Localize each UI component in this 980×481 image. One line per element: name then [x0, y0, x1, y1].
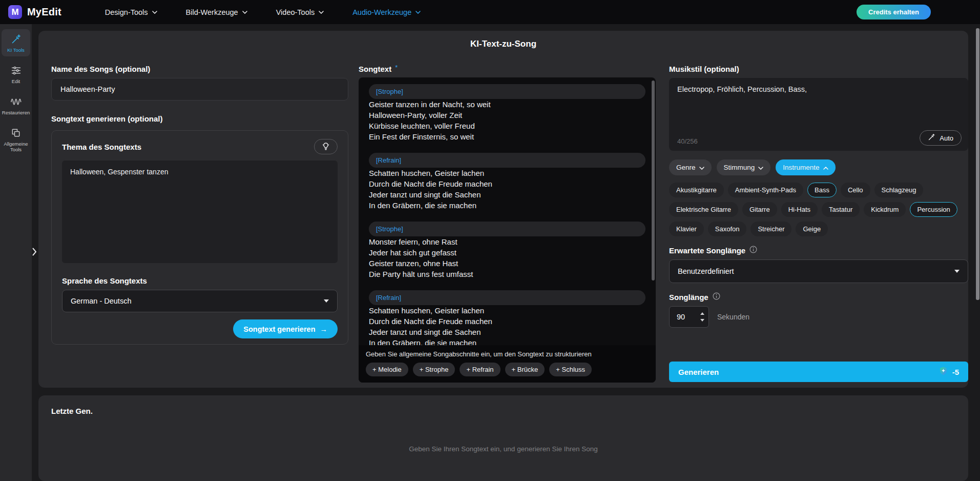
lyrics-textarea[interactable]: [Strophe]Geister tanzen in der Nacht, so… [359, 77, 656, 383]
nav-item-bild-werkzeuge[interactable]: Bild-Werkzeuge [186, 8, 247, 16]
song-setup-column: Name des Songs (optional) Halloween-Part… [51, 31, 348, 345]
magic-wand-icon [928, 133, 935, 143]
lyrics-line [369, 142, 645, 153]
lyrics-line [369, 211, 645, 222]
char-counter: 40/256 [677, 137, 698, 145]
spinner-down-icon[interactable] [700, 319, 704, 322]
style-filter-chips: Genre Stimmung Instrumente [669, 159, 968, 175]
chevron-down-icon [242, 11, 247, 14]
lyrics-generator-card: Thema des Songtexts Halloween, Gespenste… [51, 130, 348, 345]
chevron-down-icon [319, 11, 324, 14]
section-buttons-row: + Melodie+ Strophe+ Refrain+ Brücke+ Sch… [366, 363, 649, 376]
chevron-down-icon [152, 11, 157, 14]
sidebar-item-allgemeine-tools[interactable]: Allgemeine Tools [2, 123, 30, 156]
section-button-schluss[interactable]: + Schluss [549, 363, 592, 376]
main-panel: KI-Text-zu-Song Name des Songs (optional… [38, 31, 968, 388]
lyrics-line: Durch die Nacht die Freude machen [369, 316, 645, 327]
chevron-down-icon [699, 164, 704, 171]
song-name-input[interactable]: Halloween-Party [51, 78, 348, 101]
music-style-value: Electropop, Fröhlich, Percussion, Bass, [677, 85, 807, 93]
page-scrollbar[interactable] [976, 28, 979, 300]
section-button-refrain[interactable]: + Refrain [460, 363, 500, 376]
lyrics-line: Geister tanzen, ohne Hast [369, 258, 645, 269]
sidebar-expand-handle[interactable] [32, 245, 40, 260]
lyrics-scrollbar[interactable] [652, 81, 655, 280]
section-button-melodie[interactable]: + Melodie [366, 363, 408, 376]
instrument-tag-streicher[interactable]: Streicher [750, 222, 791, 236]
instrument-tag-hi-hats[interactable]: Hi-Hats [781, 202, 818, 217]
nav-item-audio-werkzeuge[interactable]: Audio-Werkzeuge [352, 8, 421, 16]
song-length-input[interactable]: 90 [669, 306, 709, 328]
instrument-tag-cello[interactable]: Cello [841, 183, 870, 197]
lyrics-line [369, 279, 645, 290]
language-select[interactable]: German - Deutsch [62, 290, 338, 312]
lyrics-line: Jeder tanzt und singt die Sachen [369, 189, 645, 200]
instrument-tag-schlagzeug[interactable]: Schlagzeug [874, 183, 924, 197]
lyrics-line: Jeder hat sich gut gefasst [369, 247, 645, 258]
instrument-tag-bass[interactable]: Bass [807, 183, 837, 197]
lyrics-line: [Refrain] [369, 153, 645, 168]
instrument-tag-kickdrum[interactable]: Kickdrum [864, 202, 906, 217]
generate-lyrics-button[interactable]: Songtext generieren → [233, 319, 338, 338]
auto-style-button[interactable]: Auto [920, 130, 962, 146]
instrument-tag-gitarre[interactable]: Gitarre [742, 202, 777, 217]
nav-menu: Design-Tools Bild-Werkzeuge Video-Tools … [105, 8, 421, 16]
instrument-tag-percussion[interactable]: Percussion [910, 202, 957, 217]
chip-stimmung[interactable]: Stimmung [717, 159, 771, 175]
lyrics-line: Schatten huschen, Geister lachen [369, 305, 645, 316]
expected-length-row: Erwartete Songlänge [669, 246, 968, 255]
recent-placeholder: Geben Sie Ihren Songtext ein, und generi… [38, 445, 968, 453]
sidebar-item-edit[interactable]: Edit [2, 61, 30, 88]
song-name-label: Name des Songs (optional) [51, 65, 348, 73]
lyrics-line: [Strophe] [369, 222, 645, 236]
idea-suggestion-button[interactable] [314, 139, 338, 154]
lyrics-line: [Refrain] [369, 290, 645, 305]
info-icon[interactable] [749, 246, 757, 255]
songtext-label: Songtext [359, 65, 391, 73]
language-value: German - Deutsch [71, 297, 131, 305]
song-name-value: Halloween-Party [60, 85, 115, 93]
section-button-strophe[interactable]: + Strophe [413, 363, 455, 376]
music-style-label: Musikstil (optional) [669, 65, 968, 73]
nav-item-design-tools[interactable]: Design-Tools [105, 8, 157, 16]
seconds-unit: Sekunden [717, 313, 749, 321]
sliders-icon [11, 65, 22, 76]
instrument-tag-saxofon[interactable]: Saxofon [708, 222, 747, 236]
recent-generations-panel: Letzte Gen. Geben Sie Ihren Songtext ein… [38, 395, 968, 481]
expected-length-value: Benutzerdefiniert [678, 267, 734, 275]
chip-instrumente[interactable]: Instrumente [776, 159, 835, 175]
lyrics-line: Halloween-Party, voller Zeit [369, 110, 645, 121]
chip-genre[interactable]: Genre [669, 159, 712, 175]
instrument-tag-ambient-synth-pads[interactable]: Ambient-Synth-Pads [728, 183, 803, 197]
sidebar-item-restaurieren[interactable]: Restaurieren [2, 92, 30, 119]
waveform-icon [10, 96, 22, 107]
music-style-textarea[interactable]: Electropop, Fröhlich, Percussion, Bass, … [669, 78, 968, 151]
instrument-tag-geige[interactable]: Geige [796, 222, 828, 236]
number-spinners [700, 307, 704, 327]
lyrics-line: Kürbisse leuchten, voller Freud [369, 121, 645, 131]
nav-item-video-tools[interactable]: Video-Tools [276, 8, 324, 16]
theme-textarea[interactable]: Halloween, Gespenster tanzen [62, 161, 338, 263]
lyrics-line: Die Party hält uns fest umfasst [369, 269, 645, 279]
section-button-br-cke[interactable]: + Brücke [505, 363, 545, 376]
info-icon[interactable] [713, 292, 720, 302]
generate-button[interactable]: Generieren -5 [669, 362, 968, 382]
expected-length-select[interactable]: Benutzerdefiniert [669, 259, 968, 283]
magic-wand-icon [11, 33, 22, 45]
spinner-up-icon[interactable] [700, 312, 704, 315]
expected-length-label: Erwartete Songlänge [669, 246, 745, 255]
instrument-tags: AkustikgitarreAmbient-Synth-PadsBassCell… [669, 183, 974, 236]
sidebar-item-ki-tools[interactable]: KI Tools [2, 29, 30, 56]
recent-heading: Letzte Gen. [51, 407, 93, 415]
myedit-logo[interactable]: M MyEdit [8, 5, 61, 19]
lyrics-line: [Strophe] [369, 84, 645, 99]
instrument-tag-elektrische-gitarre[interactable]: Elektrische Gitarre [669, 202, 738, 217]
instrument-tag-tastatur[interactable]: Tastatur [822, 202, 860, 217]
instrument-tag-klavier[interactable]: Klavier [669, 222, 704, 236]
arrow-right-icon: → [320, 325, 328, 333]
credits-button[interactable]: Credits erhalten [857, 5, 931, 19]
song-length-value: 90 [677, 313, 685, 321]
instrument-tag-akustikgitarre[interactable]: Akustikgitarre [669, 183, 724, 197]
theme-label: Thema des Songtexts [62, 143, 141, 151]
sidebar: KI Tools Edit Restaurieren Allgemeine To… [0, 24, 32, 481]
